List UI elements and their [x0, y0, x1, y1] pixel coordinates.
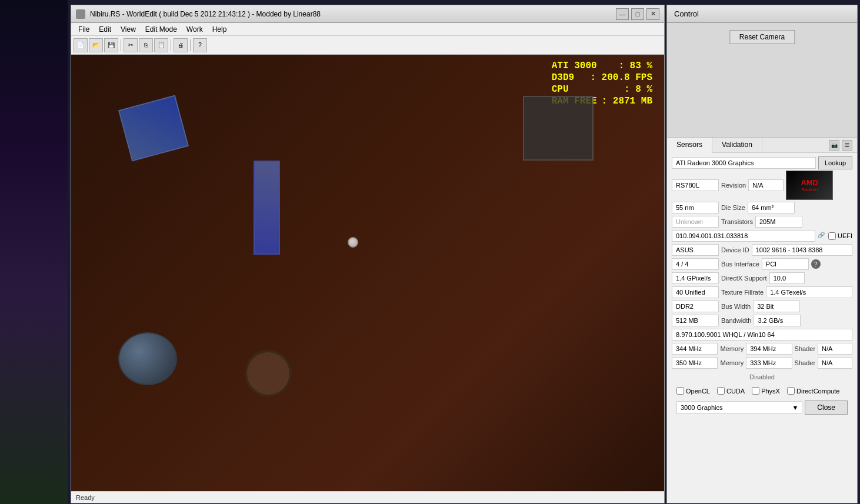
game-scene: ATI 3000 : 83 % D3D9 : 200.8 FPS CPU : 8… — [71, 55, 664, 491]
device-id-label: Device ID — [721, 246, 749, 253]
hud-ram-value: : 2871 MB — [602, 96, 652, 106]
hud-cpu-label: CPU — [552, 84, 569, 95]
toolbar-sep-1 — [121, 39, 121, 51]
copy-button[interactable]: ⎘ — [139, 38, 153, 52]
new-button[interactable]: 📄 — [74, 38, 88, 52]
title-bar: Nibiru.RS - WorldEdit ( build Dec 5 2012… — [71, 5, 664, 23]
desktop-background — [0, 0, 68, 504]
menu-edit-mode[interactable]: Edit Mode — [141, 24, 182, 35]
opencl-label: OpenCL — [686, 388, 710, 395]
game-object-rectangle — [254, 161, 280, 255]
manufacturer-field: ASUS — [672, 244, 719, 256]
cuda-label: CUDA — [726, 388, 745, 395]
manufacturer-row: ASUS Device ID 1002 9616 - 1043 8388 — [672, 243, 852, 256]
tab-sensors[interactable]: Sensors — [667, 138, 712, 153]
reset-camera-button[interactable]: Reset Camera — [729, 30, 795, 44]
shader2-value-field: N/A — [818, 357, 852, 369]
physx-checkbox[interactable] — [752, 387, 759, 395]
maximize-button[interactable]: □ — [631, 8, 644, 20]
die-size-label: Die Size — [721, 204, 745, 211]
print-button[interactable]: 🖨 — [174, 38, 188, 52]
camera-icon-btn[interactable]: 📷 — [829, 140, 839, 151]
hud-cpu-line: CPU : 8 % — [552, 84, 652, 95]
disabled-label: Disabled — [672, 371, 852, 383]
gpu-name-field: ATI Radeon 3000 Graphics — [672, 157, 816, 169]
lookup-button[interactable]: Lookup — [818, 156, 852, 169]
minimize-button[interactable]: — — [616, 8, 629, 20]
menu-icon-btn[interactable]: ☰ — [842, 140, 852, 151]
hud-cpu-value: : 8 % — [624, 84, 652, 95]
open-button[interactable]: 📂 — [89, 38, 103, 52]
game-object-sphere — [118, 332, 177, 385]
hud-d3d9-line: D3D9 : 200.8 FPS — [552, 72, 652, 83]
device-id-field: 1002 9616 - 1043 8388 — [752, 244, 852, 256]
game-object-grid — [118, 95, 189, 162]
paste-button[interactable]: 📋 — [154, 38, 168, 52]
gpu-dropdown[interactable]: 3000 Graphics ▼ — [676, 401, 802, 414]
driver-row: 8.970.100.9001 WHQL / Win10 64 — [672, 328, 852, 341]
revision-label: Revision — [721, 182, 746, 189]
toolbar: 📄 📂 💾 ✂ ⎘ 📋 🖨 ? — [71, 36, 664, 55]
memclock1-field: 394 MHz — [746, 343, 792, 355]
bandwidth-value-field: 3.2 GB/s — [754, 315, 801, 326]
bios-link-icon[interactable]: 🔗 — [818, 232, 826, 240]
disabled-row: Disabled — [672, 371, 852, 383]
revision-value-field: N/A — [748, 179, 784, 191]
memory2-label: Memory — [720, 359, 744, 366]
help-button[interactable]: ? — [193, 38, 207, 52]
bandwidth-row: 512 MB Bandwidth 3.2 GB/s — [672, 314, 852, 327]
info-section: ATI Radeon 3000 Graphics Lookup RS780L R… — [667, 153, 857, 420]
menu-file[interactable]: File — [74, 24, 94, 35]
directx-value-field: 10.0 — [769, 272, 805, 284]
cuda-checkbox[interactable] — [717, 387, 725, 395]
shader1-value-field: N/A — [818, 343, 852, 355]
bus-interface-value-field: PCI — [762, 258, 809, 270]
unified-row: 40 Unified Texture Fillrate 1.4 GTexel/s — [672, 286, 852, 299]
gpu-model-row: RS780L Revision N/A AMD Radeon — [672, 171, 852, 200]
preview-area: Reset Camera — [667, 23, 857, 138]
nm-die-row: 55 nm Die Size 64 mm² — [672, 201, 852, 214]
directx-row: 1.4 GPixel/s DirectX Support 10.0 — [672, 272, 852, 285]
directcompute-checkbox-item: DirectCompute — [787, 387, 839, 395]
bus-help-button[interactable]: ? — [811, 259, 821, 269]
transistors-row: Unknown Transistors 205M — [672, 215, 852, 228]
opencl-checkbox[interactable] — [676, 387, 684, 395]
memory-type-field: DDR2 — [672, 301, 719, 312]
control-panel: Control Reset Camera Sensors Validation … — [666, 5, 858, 503]
directcompute-label: DirectCompute — [796, 388, 839, 395]
clock1-field: 344 MHz — [672, 343, 718, 355]
tab-validation[interactable]: Validation — [712, 138, 762, 152]
cut-button[interactable]: ✂ — [124, 38, 138, 52]
hud-ati-line: ATI 3000 : 83 % — [552, 61, 652, 71]
window-title: Nibiru.RS - WorldEdit ( build Dec 5 2012… — [90, 10, 611, 18]
menu-work[interactable]: Work — [182, 24, 208, 35]
bus-width-label: Bus Width — [721, 303, 751, 310]
chevron-down-icon: ▼ — [792, 404, 798, 411]
gpu-model-field: RS780L — [672, 179, 719, 191]
transistors-value-field: 205M — [755, 216, 802, 228]
memory1-label: Memory — [720, 345, 744, 352]
physx-label: PhysX — [761, 388, 780, 395]
window-controls: — □ ✕ — [616, 8, 659, 20]
lanes-field: 4 / 4 — [672, 258, 719, 270]
directcompute-checkbox[interactable] — [787, 387, 795, 395]
directx-label: DirectX Support — [721, 275, 767, 282]
shader2-label: Shader — [795, 359, 815, 366]
hud-d3d9-value: : 200.8 FPS — [590, 72, 652, 83]
amd-logo: AMD Radeon — [786, 171, 833, 200]
menu-view[interactable]: View — [116, 24, 141, 35]
menu-edit[interactable]: Edit — [94, 24, 116, 35]
menu-help[interactable]: Help — [208, 24, 232, 35]
checkbox-row: OpenCL CUDA PhysX DirectCompute — [672, 385, 852, 397]
game-object-dot — [348, 237, 358, 248]
driver-field: 8.970.100.9001 WHQL / Win10 64 — [672, 329, 852, 341]
hud-ati-value: : 83 % — [618, 61, 652, 71]
close-button[interactable]: ✕ — [646, 8, 659, 20]
close-button-bottom[interactable]: Close — [805, 400, 848, 415]
save-button[interactable]: 💾 — [104, 38, 118, 52]
unknown-field: Unknown — [672, 216, 719, 228]
hud-d3d9-label: D3D9 — [552, 72, 574, 83]
uefi-checkbox[interactable] — [828, 232, 836, 240]
status-bar: Ready — [71, 491, 664, 503]
game-viewport[interactable]: ATI 3000 : 83 % D3D9 : 200.8 FPS CPU : 8… — [71, 55, 664, 491]
